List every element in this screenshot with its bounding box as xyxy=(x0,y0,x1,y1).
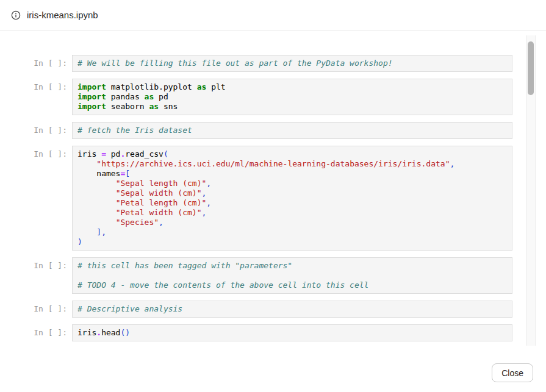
notebook-cell: In [ ]:# We will be filling this file ou… xyxy=(0,55,546,72)
cell-code: import matplotlib.pyplot as pltimport pa… xyxy=(72,79,512,115)
notebook-cell: In [ ]:# Descriptive analysis xyxy=(0,301,546,318)
cell-prompt: In [ ]: xyxy=(0,55,67,68)
scrollbar-track[interactable] xyxy=(526,35,536,346)
scrollbar-thumb[interactable] xyxy=(528,41,534,95)
notebook-cells: In [ ]:# We will be filling this file ou… xyxy=(0,31,546,341)
notebook-preview: In [ ]:# We will be filling this file ou… xyxy=(0,31,546,346)
cell-code: # this cell has been tagged with "parame… xyxy=(72,257,512,294)
cell-prompt: In [ ]: xyxy=(0,324,67,338)
cell-code: # Descriptive analysis xyxy=(72,301,512,318)
cell-prompt: In [ ]: xyxy=(0,146,67,159)
cell-prompt: In [ ]: xyxy=(0,122,67,135)
close-button[interactable]: Close xyxy=(492,363,533,382)
cell-code: # fetch the Iris dataset xyxy=(72,122,512,139)
cell-prompt: In [ ]: xyxy=(0,79,67,92)
cell-code: iris = pd.read_csv( "https://archive.ics… xyxy=(72,146,512,251)
cell-prompt: In [ ]: xyxy=(0,257,67,271)
info-icon xyxy=(11,10,21,20)
file-title: iris-kmeans.ipynb xyxy=(27,10,98,20)
notebook-cell: In [ ]:iris.head() xyxy=(0,324,546,341)
cell-code: # We will be filling this file out as pa… xyxy=(72,55,512,72)
cell-code: iris.head() xyxy=(72,324,512,341)
notebook-cell: In [ ]:# fetch the Iris dataset xyxy=(0,122,546,139)
notebook-cell: In [ ]:iris = pd.read_csv( "https://arch… xyxy=(0,146,546,251)
cell-prompt: In [ ]: xyxy=(0,301,67,314)
notebook-cell: In [ ]:# this cell has been tagged with … xyxy=(0,257,546,294)
header-bar: iris-kmeans.ipynb xyxy=(0,0,546,30)
notebook-cell: In [ ]:import matplotlib.pyplot as pltim… xyxy=(0,79,546,115)
